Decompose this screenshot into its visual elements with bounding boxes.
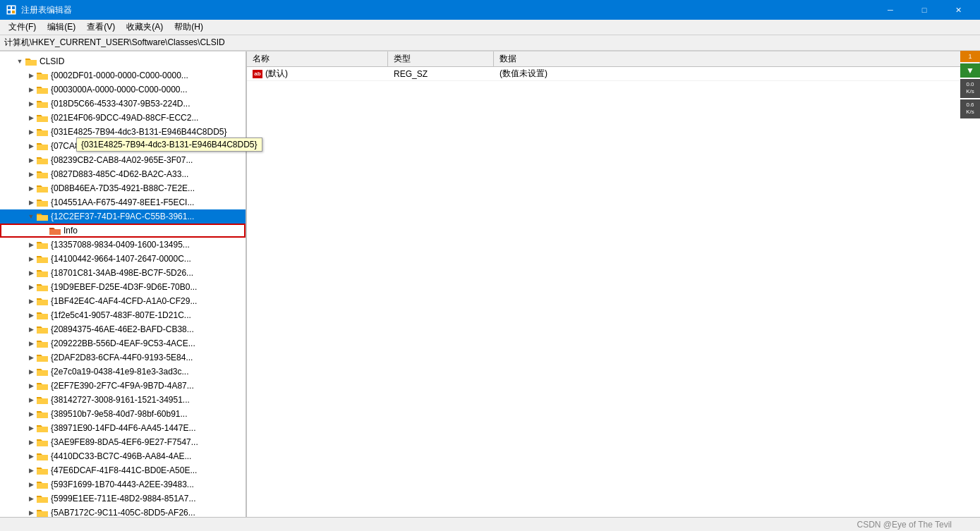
toggle-5AB7172C[interactable] — [25, 507, 37, 517]
tree-items-container: {0002DF01-0000-0000-C000-0000... {000300… — [0, 68, 246, 517]
tree-item-38142727[interactable]: {38142727-3008-9161-1521-34951... — [0, 393, 246, 407]
tree-item-0002DF01[interactable]: {0002DF01-0000-0000-C000-0000... — [0, 68, 246, 83]
folder-icon-031E4825 — [37, 126, 48, 138]
folder-icon-clsid — [25, 56, 37, 67]
toggle-0002DF01[interactable] — [25, 70, 37, 81]
toggle-0827D883[interactable] — [25, 169, 37, 180]
tree-item-5999E1EE[interactable]: {5999E1EE-711E-48D2-9884-851A7... — [0, 492, 246, 506]
toggle-08239CB2[interactable] — [25, 154, 37, 166]
close-button[interactable]: ✕ — [942, 0, 974, 20]
folder-icon-0002DF01 — [37, 70, 48, 81]
menu-help[interactable]: 帮助(H) — [169, 20, 209, 35]
toggle-1f2e5c41[interactable] — [25, 310, 37, 321]
menu-view[interactable]: 查看(V) — [81, 20, 121, 35]
maximize-button[interactable]: □ — [908, 0, 940, 20]
toggle-4410DC33[interactable] — [25, 451, 37, 462]
toggle-2e7c0a19[interactable] — [25, 366, 37, 377]
svg-rect-2 — [12, 6, 15, 9]
toggle-2EF7E390[interactable] — [25, 380, 37, 391]
tree-label-4410DC33: {4410DC33-BC7C-496B-AA84-4AE... — [51, 451, 191, 461]
toggle-0D8B46EA[interactable] — [25, 183, 37, 194]
column-headers: 名称 类型 数据 — [247, 51, 980, 67]
folder-icon-104551AA — [37, 197, 48, 208]
toggle-47E6DCAF[interactable] — [25, 465, 37, 476]
toggle-021E4F06[interactable] — [25, 112, 37, 123]
tree-item-0003000A[interactable]: {0003000A-0000-0000-C000-0000... — [0, 83, 246, 97]
toggle-19D9EBEF[interactable] — [25, 281, 37, 293]
toggle-104551AA[interactable] — [25, 197, 37, 208]
tree-item-593F1699[interactable]: {593F1699-1B70-4443-A2EE-39483... — [0, 477, 246, 492]
toggle-14100442[interactable] — [25, 253, 37, 264]
folder-icon-0003000A — [37, 84, 48, 95]
tree-item-2DAF2D83[interactable]: {2DAF2D83-6CFA-44F0-9193-5E84... — [0, 350, 246, 365]
tree-item-20894375[interactable]: {20894375-46AE-46E2-BAFD-CB38... — [0, 322, 246, 336]
tree-item-19D9EBEF[interactable]: {19D9EBEF-D25E-4D3F-9D6E-70B0... — [0, 280, 246, 294]
tree-item-021E4F06[interactable]: {021E4F06-9DCC-49AD-88CF-ECC2... — [0, 111, 246, 125]
tree-item-4410DC33[interactable]: {4410DC33-BC7C-496B-AA84-4AE... — [0, 449, 246, 463]
toggle-18701C81[interactable] — [25, 267, 37, 279]
tree-label-2e7c0a19: {2e7c0a19-0438-41e9-81e3-3ad3c... — [51, 367, 189, 377]
tree-item-Info[interactable]: Info — [0, 224, 246, 238]
folder-icon-1BF42E4C — [37, 295, 48, 307]
tree-item-5AB7172C[interactable]: {5AB7172C-9C11-405C-8DD5-AF26... — [0, 506, 246, 517]
tree-item-3AE9FE89[interactable]: {3AE9FE89-8DA5-4EF6-9E27-F7547... — [0, 435, 246, 449]
toggle-389510b7[interactable] — [25, 408, 37, 420]
data-row[interactable]: ab (默认) REG_SZ (数值未设置) — [247, 67, 980, 81]
tree-item-38971E90[interactable]: {38971E90-14FD-44F6-AA45-1447E... — [0, 421, 246, 435]
tree-item-031E4825[interactable]: {031E4825-7B94-4dc3-B131-E946B44C8DD5} — [0, 125, 246, 139]
tree-item-18701C81[interactable]: {18701C81-34AB-498E-BC7F-5D26... — [0, 266, 246, 280]
tree-label-38142727: {38142727-3008-9161-1521-34951... — [51, 395, 190, 405]
window-title: 注册表编辑器 — [21, 4, 874, 16]
tree-item-12C2EF37[interactable]: {12C2EF37-74D1-F9AC-C55B-3961... — [0, 209, 246, 224]
folder-icon-2DAF2D83 — [37, 352, 48, 363]
menu-file[interactable]: 文件(F) — [3, 20, 42, 35]
tree-item-14100442[interactable]: {14100442-9664-1407-2647-0000C... — [0, 252, 246, 266]
toggle-5999E1EE[interactable] — [25, 493, 37, 504]
folder-icon-018D5C66 — [37, 98, 48, 109]
tree-item-0827D883[interactable]: {0827D883-485C-4D62-BA2C-A33... — [0, 167, 246, 181]
tree-item-2e7c0a19[interactable]: {2e7c0a19-0438-41e9-81e3-3ad3c... — [0, 365, 246, 379]
tree-item-08239CB2[interactable]: {08239CB2-CAB8-4A02-965E-3F07... — [0, 153, 246, 167]
col-header-name[interactable]: 名称 — [247, 51, 388, 66]
tree-item-1f2e5c41[interactable]: {1f2e5c41-9057-483F-807E-1D21C... — [0, 308, 246, 322]
minimize-button[interactable]: ─ — [874, 0, 907, 20]
toggle-38971E90[interactable] — [25, 422, 37, 434]
sidebar-widget-arrow[interactable]: ▼ — [960, 63, 980, 78]
toggle-0003000A[interactable] — [25, 84, 37, 95]
toggle-07CA83F0[interactable] — [25, 140, 37, 152]
tree-item-0D8B46EA[interactable]: {0D8B46EA-7D35-4921-B88C-7E2E... — [0, 181, 246, 195]
sidebar-widget-1[interactable]: 1 — [960, 51, 980, 62]
tooltip: {031E4825-7B94-4dc3-B131-E946B44C8DD5} — [76, 138, 262, 152]
toggle-clsid[interactable] — [14, 56, 25, 67]
toggle-018D5C66[interactable] — [25, 98, 37, 109]
tree-panel[interactable]: CLSID {0002DF01-0000-0000-C000-0000... {… — [0, 51, 247, 517]
tree-item-209222BB[interactable]: {209222BB-556D-4EAF-9C53-4ACE... — [0, 336, 246, 350]
tree-label-0003000A: {0003000A-0000-0000-C000-0000... — [51, 85, 188, 94]
toggle-3AE9FE89[interactable] — [25, 437, 37, 448]
menu-edit[interactable]: 编辑(E) — [42, 20, 81, 35]
toggle-209222BB[interactable] — [25, 338, 37, 349]
folder-icon-3AE9FE89 — [37, 437, 48, 448]
tree-item-2EF7E390[interactable]: {2EF7E390-2F7C-4F9A-9B7D-4A87... — [0, 379, 246, 393]
toggle-20894375[interactable] — [25, 324, 37, 335]
toggle-593F1699[interactable] — [25, 479, 37, 490]
toggle-2DAF2D83[interactable] — [25, 352, 37, 363]
toggle-031E4825[interactable] — [25, 126, 37, 138]
toggle-1BF42E4C[interactable] — [25, 295, 37, 307]
tree-root-clsid[interactable]: CLSID — [0, 54, 246, 68]
tree-item-389510b7[interactable]: {389510b7-9e58-40d7-98bf-60b91... — [0, 407, 246, 421]
tree-label-5999E1EE: {5999E1EE-711E-48D2-9884-851A7... — [51, 494, 195, 503]
folder-icon-5999E1EE — [37, 493, 48, 504]
row-name: (默认) — [265, 68, 288, 80]
col-header-type[interactable]: 类型 — [388, 51, 494, 66]
col-header-data[interactable]: 数据 — [494, 51, 980, 66]
toggle-12C2EF37[interactable] — [25, 211, 37, 222]
tree-item-13357088[interactable]: {13357088-9834-0409-1600-13495... — [0, 238, 246, 252]
menu-favorites[interactable]: 收藏夹(A) — [121, 20, 169, 35]
tree-item-47E6DCAF[interactable]: {47E6DCAF-41F8-441C-BD0E-A50E... — [0, 463, 246, 477]
toggle-38142727[interactable] — [25, 394, 37, 405]
tree-item-018D5C66[interactable]: {018D5C66-4533-4307-9B53-224D... — [0, 97, 246, 111]
tree-item-104551AA[interactable]: {104551AA-F675-4497-8EE1-F5ECI... — [0, 195, 246, 209]
toggle-13357088[interactable] — [25, 239, 37, 250]
tree-item-1BF42E4C[interactable]: {1BF42E4C-4AF4-4CFD-A1A0-CF29... — [0, 294, 246, 308]
